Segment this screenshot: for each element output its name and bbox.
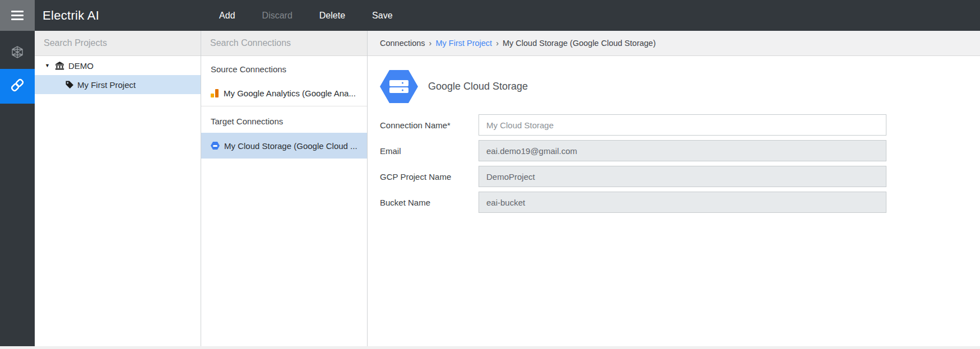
hexagon-wireframe-icon <box>11 45 24 61</box>
topbar-actions: Add Discard Delete Save <box>218 8 393 23</box>
gcp-project-name-field <box>479 166 886 187</box>
connection-name-input[interactable] <box>479 114 886 136</box>
form-row-email: Email <box>380 140 980 161</box>
discard-button[interactable]: Discard <box>261 8 294 23</box>
form-row-connection-name: Connection Name* <box>380 114 980 136</box>
connection-item-cloud-storage[interactable]: My Cloud Storage (Google Cloud ... <box>201 133 367 159</box>
source-connections-header: Source Connections <box>201 56 367 81</box>
app-title: Electrik AI <box>43 8 99 23</box>
form-row-gcp-project: GCP Project Name <box>380 166 980 187</box>
hamburger-icon <box>11 18 24 20</box>
nav-projects-item[interactable] <box>0 38 35 69</box>
topbar: Electrik AI Add Discard Delete Save <box>0 0 980 31</box>
target-connections-header: Target Connections <box>201 106 367 133</box>
breadcrumb-separator: › <box>496 39 499 48</box>
google-cloud-storage-icon <box>211 142 220 150</box>
connection-type-title: Google Cloud Storage <box>428 81 528 92</box>
breadcrumb-current: My Cloud Storage (Google Cloud Storage) <box>503 39 656 48</box>
hamburger-icon <box>11 15 24 16</box>
breadcrumb-project-link[interactable]: My First Project <box>435 39 492 48</box>
connections-panel: Source Connections My Google Analytics (… <box>201 31 368 346</box>
left-nav-rail <box>0 31 35 346</box>
connection-item-google-analytics[interactable]: My Google Analytics (Google Ana... <box>201 81 367 106</box>
connection-detail-header: Google Cloud Storage <box>380 70 980 103</box>
bucket-name-label: Bucket Name <box>380 198 479 207</box>
hamburger-menu-button[interactable] <box>0 0 35 31</box>
projects-panel: ▼ DEMO My First Project <box>35 31 201 346</box>
tree-node-project[interactable]: My First Project <box>35 75 201 94</box>
link-icon <box>10 77 25 95</box>
google-analytics-icon <box>211 89 219 97</box>
google-cloud-storage-icon <box>380 70 418 103</box>
gcp-project-name-label: GCP Project Name <box>380 172 479 182</box>
tree-node-label: DEMO <box>68 61 94 71</box>
main-content: Connections › My First Project › My Clou… <box>368 31 980 346</box>
save-button[interactable]: Save <box>371 8 393 23</box>
add-button[interactable]: Add <box>218 8 236 23</box>
connection-form: Connection Name* Email GCP Project Name … <box>380 114 980 213</box>
form-row-bucket-name: Bucket Name <box>380 192 980 213</box>
tag-icon <box>65 80 74 89</box>
nav-connections-item[interactable] <box>0 69 35 104</box>
search-connections-input[interactable] <box>201 31 367 56</box>
connection-name-label: Connection Name* <box>380 120 479 130</box>
email-field <box>479 140 886 161</box>
delete-button[interactable]: Delete <box>318 8 346 23</box>
organization-icon <box>55 62 64 70</box>
tree-node-label: My First Project <box>77 80 136 90</box>
connection-item-label: My Google Analytics (Google Ana... <box>224 89 356 98</box>
horizontal-scrollbar-track[interactable] <box>0 346 980 349</box>
breadcrumb: Connections › My First Project › My Clou… <box>368 31 980 56</box>
breadcrumb-root: Connections <box>380 39 425 48</box>
bucket-name-field <box>479 192 886 213</box>
tree-node-org[interactable]: ▼ DEMO <box>35 56 201 75</box>
chevron-down-icon[interactable]: ▼ <box>45 63 52 68</box>
breadcrumb-separator: › <box>429 39 432 48</box>
hamburger-icon <box>11 11 24 12</box>
email-label: Email <box>380 146 479 156</box>
connection-item-label: My Cloud Storage (Google Cloud ... <box>224 141 357 151</box>
search-projects-input[interactable] <box>35 31 201 56</box>
